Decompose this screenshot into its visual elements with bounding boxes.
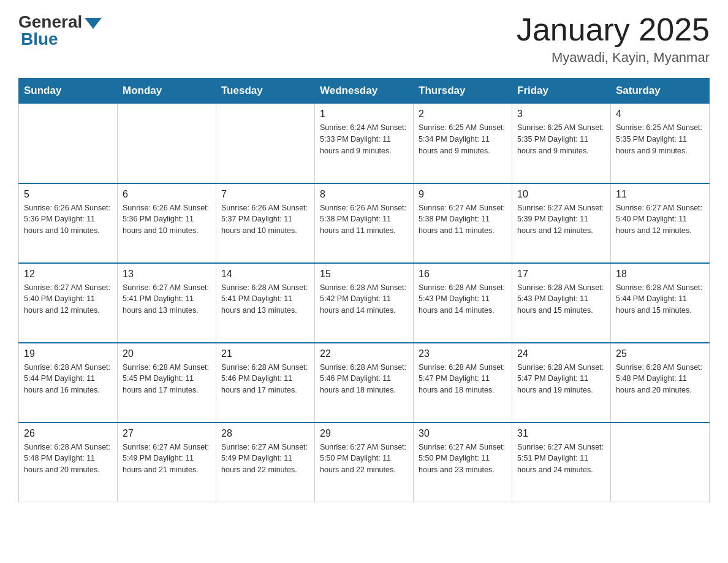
calendar-cell-7: 7Sunrise: 6:26 AM Sunset: 5:37 PM Daylig…	[216, 183, 315, 263]
day-number: 22	[320, 348, 408, 359]
day-info: Sunrise: 6:26 AM Sunset: 5:36 PM Dayligh…	[123, 202, 211, 237]
day-info: Sunrise: 6:26 AM Sunset: 5:38 PM Dayligh…	[320, 202, 408, 237]
day-info: Sunrise: 6:27 AM Sunset: 5:49 PM Dayligh…	[221, 442, 309, 476]
day-number: 23	[419, 348, 507, 359]
day-info: Sunrise: 6:28 AM Sunset: 5:44 PM Dayligh…	[616, 282, 704, 316]
calendar-cell-24: 24Sunrise: 6:28 AM Sunset: 5:47 PM Dayli…	[512, 343, 611, 423]
week-row-2: 5Sunrise: 6:26 AM Sunset: 5:36 PM Daylig…	[19, 183, 710, 263]
title-area: January 2025 Myawadi, Kayin, Myanmar	[517, 12, 710, 66]
day-info: Sunrise: 6:25 AM Sunset: 5:34 PM Dayligh…	[419, 122, 507, 156]
day-number: 28	[221, 428, 309, 439]
calendar-cell-22: 22Sunrise: 6:28 AM Sunset: 5:46 PM Dayli…	[315, 343, 414, 423]
logo: General Blue	[18, 12, 102, 49]
day-info: Sunrise: 6:28 AM Sunset: 5:48 PM Dayligh…	[616, 362, 704, 396]
calendar-cell-13: 13Sunrise: 6:27 AM Sunset: 5:41 PM Dayli…	[118, 263, 216, 343]
calendar-cell-8: 8Sunrise: 6:26 AM Sunset: 5:38 PM Daylig…	[315, 183, 414, 263]
calendar-cell-31: 31Sunrise: 6:27 AM Sunset: 5:51 PM Dayli…	[512, 423, 611, 502]
day-info: Sunrise: 6:28 AM Sunset: 5:46 PM Dayligh…	[221, 362, 309, 396]
day-number: 12	[24, 269, 112, 280]
calendar-cell-1: 1Sunrise: 6:24 AM Sunset: 5:33 PM Daylig…	[315, 104, 414, 183]
calendar-cell-3: 3Sunrise: 6:25 AM Sunset: 5:35 PM Daylig…	[512, 104, 611, 183]
calendar-cell-30: 30Sunrise: 6:27 AM Sunset: 5:50 PM Dayli…	[414, 423, 512, 502]
calendar-cell-9: 9Sunrise: 6:27 AM Sunset: 5:38 PM Daylig…	[414, 183, 512, 263]
day-info: Sunrise: 6:26 AM Sunset: 5:37 PM Dayligh…	[221, 202, 309, 237]
calendar-cell-21: 21Sunrise: 6:28 AM Sunset: 5:46 PM Dayli…	[216, 343, 315, 423]
day-number: 13	[123, 269, 211, 280]
day-info: Sunrise: 6:27 AM Sunset: 5:38 PM Dayligh…	[419, 202, 507, 237]
location-subtitle: Myawadi, Kayin, Myanmar	[517, 50, 710, 66]
day-info: Sunrise: 6:27 AM Sunset: 5:50 PM Dayligh…	[320, 442, 408, 476]
calendar-cell-4: 4Sunrise: 6:25 AM Sunset: 5:35 PM Daylig…	[611, 104, 710, 183]
day-number: 15	[320, 269, 408, 280]
day-number: 2	[419, 109, 507, 120]
calendar-cell-5: 5Sunrise: 6:26 AM Sunset: 5:36 PM Daylig…	[19, 183, 118, 263]
day-info: Sunrise: 6:28 AM Sunset: 5:47 PM Dayligh…	[517, 362, 605, 396]
calendar-cell-28: 28Sunrise: 6:27 AM Sunset: 5:49 PM Dayli…	[216, 423, 315, 502]
day-number: 9	[419, 189, 507, 200]
week-row-1: 1Sunrise: 6:24 AM Sunset: 5:33 PM Daylig…	[19, 104, 710, 183]
calendar-cell-26: 26Sunrise: 6:28 AM Sunset: 5:48 PM Dayli…	[19, 423, 118, 502]
day-number: 5	[24, 189, 112, 200]
day-info: Sunrise: 6:28 AM Sunset: 5:46 PM Dayligh…	[320, 362, 408, 396]
day-number: 6	[123, 189, 211, 200]
day-info: Sunrise: 6:26 AM Sunset: 5:36 PM Dayligh…	[24, 202, 112, 237]
day-info: Sunrise: 6:25 AM Sunset: 5:35 PM Dayligh…	[517, 122, 605, 156]
day-number: 16	[419, 269, 507, 280]
day-number: 24	[517, 348, 605, 359]
calendar-cell-15: 15Sunrise: 6:28 AM Sunset: 5:42 PM Dayli…	[315, 263, 414, 343]
day-number: 25	[616, 348, 704, 359]
calendar-cell-16: 16Sunrise: 6:28 AM Sunset: 5:43 PM Dayli…	[414, 263, 512, 343]
day-number: 1	[320, 109, 408, 120]
day-info: Sunrise: 6:27 AM Sunset: 5:41 PM Dayligh…	[123, 282, 211, 316]
calendar-cell-17: 17Sunrise: 6:28 AM Sunset: 5:43 PM Dayli…	[512, 263, 611, 343]
calendar-cell-14: 14Sunrise: 6:28 AM Sunset: 5:41 PM Dayli…	[216, 263, 315, 343]
calendar-cell-25: 25Sunrise: 6:28 AM Sunset: 5:48 PM Dayli…	[611, 343, 710, 423]
day-info: Sunrise: 6:27 AM Sunset: 5:49 PM Dayligh…	[123, 442, 211, 476]
week-row-4: 19Sunrise: 6:28 AM Sunset: 5:44 PM Dayli…	[19, 343, 710, 423]
week-row-3: 12Sunrise: 6:27 AM Sunset: 5:40 PM Dayli…	[19, 263, 710, 343]
calendar-cell-20: 20Sunrise: 6:28 AM Sunset: 5:45 PM Dayli…	[118, 343, 216, 423]
weekday-header-monday: Monday	[118, 79, 216, 104]
day-info: Sunrise: 6:28 AM Sunset: 5:45 PM Dayligh…	[123, 362, 211, 396]
calendar-cell-18: 18Sunrise: 6:28 AM Sunset: 5:44 PM Dayli…	[611, 263, 710, 343]
day-number: 11	[616, 189, 704, 200]
calendar-cell-10: 10Sunrise: 6:27 AM Sunset: 5:39 PM Dayli…	[512, 183, 611, 263]
calendar-cell-empty	[19, 104, 118, 183]
calendar-cell-19: 19Sunrise: 6:28 AM Sunset: 5:44 PM Dayli…	[19, 343, 118, 423]
logo-blue-text: Blue	[18, 29, 58, 49]
calendar-cell-6: 6Sunrise: 6:26 AM Sunset: 5:36 PM Daylig…	[118, 183, 216, 263]
weekday-header-sunday: Sunday	[19, 79, 118, 104]
weekday-header-tuesday: Tuesday	[216, 79, 315, 104]
calendar-table: SundayMondayTuesdayWednesdayThursdayFrid…	[18, 78, 710, 502]
day-info: Sunrise: 6:25 AM Sunset: 5:35 PM Dayligh…	[616, 122, 704, 156]
weekday-header-wednesday: Wednesday	[315, 79, 414, 104]
weekday-header-saturday: Saturday	[611, 79, 710, 104]
day-info: Sunrise: 6:27 AM Sunset: 5:40 PM Dayligh…	[24, 282, 112, 316]
day-info: Sunrise: 6:27 AM Sunset: 5:51 PM Dayligh…	[517, 442, 605, 476]
calendar-cell-empty	[611, 423, 710, 502]
day-number: 19	[24, 348, 112, 359]
page-header: General Blue January 2025 Myawadi, Kayin…	[18, 12, 710, 66]
day-info: Sunrise: 6:27 AM Sunset: 5:50 PM Dayligh…	[419, 442, 507, 476]
day-number: 7	[221, 189, 309, 200]
calendar-cell-29: 29Sunrise: 6:27 AM Sunset: 5:50 PM Dayli…	[315, 423, 414, 502]
month-title: January 2025	[517, 12, 710, 47]
calendar-cell-empty	[118, 104, 216, 183]
day-number: 21	[221, 348, 309, 359]
calendar-cell-2: 2Sunrise: 6:25 AM Sunset: 5:34 PM Daylig…	[414, 104, 512, 183]
day-number: 18	[616, 269, 704, 280]
day-number: 30	[419, 428, 507, 439]
calendar-cell-12: 12Sunrise: 6:27 AM Sunset: 5:40 PM Dayli…	[19, 263, 118, 343]
day-info: Sunrise: 6:28 AM Sunset: 5:43 PM Dayligh…	[419, 282, 507, 316]
weekday-header-friday: Friday	[512, 79, 611, 104]
day-number: 29	[320, 428, 408, 439]
day-info: Sunrise: 6:28 AM Sunset: 5:42 PM Dayligh…	[320, 282, 408, 316]
day-info: Sunrise: 6:28 AM Sunset: 5:44 PM Dayligh…	[24, 362, 112, 396]
day-number: 14	[221, 269, 309, 280]
day-info: Sunrise: 6:28 AM Sunset: 5:43 PM Dayligh…	[517, 282, 605, 316]
day-number: 17	[517, 269, 605, 280]
day-info: Sunrise: 6:27 AM Sunset: 5:40 PM Dayligh…	[616, 202, 704, 237]
day-number: 10	[517, 189, 605, 200]
weekday-header-row: SundayMondayTuesdayWednesdayThursdayFrid…	[19, 79, 710, 104]
day-number: 3	[517, 109, 605, 120]
